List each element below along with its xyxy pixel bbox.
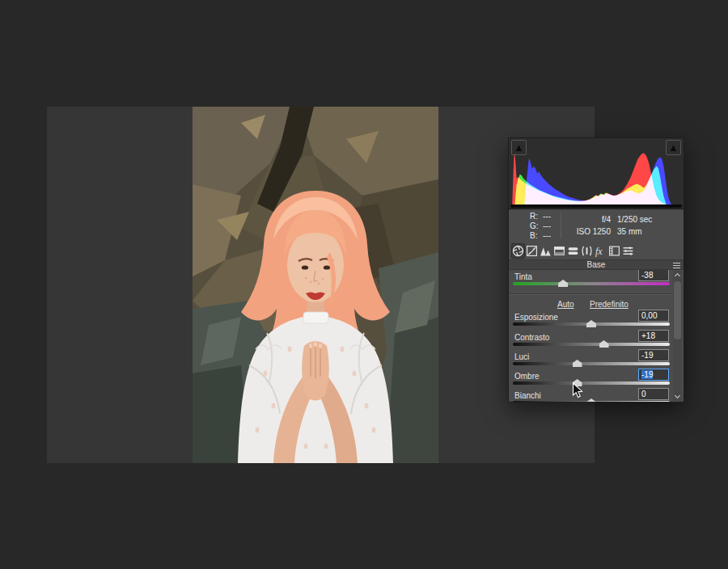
b-value: ---: [543, 231, 567, 240]
ombre-value-input[interactable]: -19: [638, 369, 669, 381]
esposizione-value-input[interactable]: 0,00: [638, 310, 669, 322]
photo-illustration: [193, 107, 438, 463]
tab-tone-curve[interactable]: [525, 243, 539, 259]
b-label: B:: [530, 231, 543, 240]
bianchi-slider-track[interactable]: [513, 401, 670, 402]
slider-label: Contrasto: [514, 333, 549, 342]
slider-thumb[interactable]: [586, 320, 596, 327]
exif-info-bar: R:--- G:--- B:--- f/4 1/250 sec ISO 1250…: [509, 209, 684, 242]
luci-value-input[interactable]: -19: [638, 349, 669, 361]
photo-preview[interactable]: [193, 107, 438, 463]
camera-calibration-icon: [608, 245, 620, 257]
luci-slider-track[interactable]: [513, 362, 670, 365]
panel-menu-icon[interactable]: [673, 263, 680, 268]
aperture-icon: [512, 245, 524, 257]
g-value: ---: [543, 221, 567, 230]
scroll-down-icon[interactable]: [674, 393, 679, 398]
hsl-grayscale-icon: [553, 245, 565, 257]
g-label: G:: [530, 221, 543, 230]
vertical-scrollbar[interactable]: [673, 271, 682, 401]
slider-label: Bianchi: [514, 391, 541, 400]
slider-thumb[interactable]: [573, 379, 582, 386]
r-label: R:: [530, 212, 543, 221]
presets-sliders-icon: [622, 245, 634, 257]
tinta-value-input[interactable]: -38: [638, 270, 669, 281]
scroll-up-icon[interactable]: [674, 273, 679, 279]
rgb-readout: R:--- G:--- B:---: [530, 212, 567, 240]
slider-row-tinta: Tinta -38: [509, 271, 684, 292]
focal-length-value: 35 mm: [617, 227, 652, 236]
tone-curve-icon: [526, 245, 538, 257]
lens-correction-icon: [581, 245, 593, 257]
section-divider: [509, 293, 684, 294]
histogram[interactable]: ▲ ▲: [509, 138, 684, 209]
aperture-value: f/4: [565, 215, 611, 224]
panel-tabs: fx: [509, 242, 684, 259]
iso-value: ISO 1250: [565, 227, 611, 236]
histogram-chart: [510, 150, 683, 204]
tab-hsl[interactable]: [552, 243, 566, 259]
tab-camera-calibration[interactable]: [607, 243, 621, 259]
r-value: ---: [543, 212, 567, 221]
histogram-baseline: [510, 204, 682, 208]
adjustments-panel: ▲ ▲ R:--- G:--- B:--- f/4 1/250 sec ISO …: [508, 137, 684, 403]
tab-effects[interactable]: fx: [594, 243, 607, 259]
tab-lens-corrections[interactable]: [580, 243, 594, 259]
auto-link[interactable]: Auto: [557, 300, 574, 309]
tab-presets[interactable]: [621, 243, 635, 259]
contrasto-slider-track[interactable]: [513, 343, 670, 346]
slider-label: Tinta: [514, 272, 532, 281]
tab-split-toning[interactable]: [566, 243, 580, 259]
tab-basic[interactable]: [511, 243, 525, 259]
histogram-blue-channel: [524, 157, 671, 204]
slider-label: Ombre: [514, 372, 540, 381]
bianchi-value-input[interactable]: 0: [638, 388, 669, 400]
slider-thumb[interactable]: [573, 360, 582, 367]
scrollbar-thumb[interactable]: [674, 281, 681, 339]
auto-default-row: Auto Predefinito: [509, 300, 684, 310]
slider-thumb[interactable]: [599, 340, 609, 348]
camera-raw-window: ▲ ▲ R:--- G:--- B:--- f/4 1/250 sec ISO …: [0, 0, 728, 569]
shutter-value: 1/250 sec: [617, 215, 652, 224]
sliders-area: Tinta -38 Auto Predefinito Esposizione 0…: [509, 270, 684, 402]
exif-values: f/4 1/250 sec ISO 1250 35 mm: [565, 215, 652, 236]
divider: [561, 213, 561, 238]
sharpen-detail-icon: [540, 245, 552, 257]
esposizione-slider-track[interactable]: [513, 322, 670, 326]
slider-row-bianchi: Bianchi 0: [509, 390, 684, 402]
split-toning-icon: [567, 245, 579, 257]
tab-detail[interactable]: [539, 243, 552, 259]
panel-title: Base: [587, 260, 606, 269]
contrasto-value-input[interactable]: +18: [638, 330, 669, 342]
slider-label: Esposizione: [514, 313, 558, 322]
tinta-slider-track[interactable]: [513, 282, 670, 285]
slider-label: Luci: [514, 352, 529, 361]
slider-thumb[interactable]: [558, 280, 568, 287]
predefinito-link[interactable]: Predefinito: [590, 300, 629, 309]
fx-effects-icon: fx: [595, 245, 607, 257]
svg-text:fx: fx: [595, 246, 603, 256]
ombre-slider-track[interactable]: [513, 381, 670, 385]
slider-thumb[interactable]: [586, 398, 596, 402]
panel-header: Base: [509, 259, 684, 270]
